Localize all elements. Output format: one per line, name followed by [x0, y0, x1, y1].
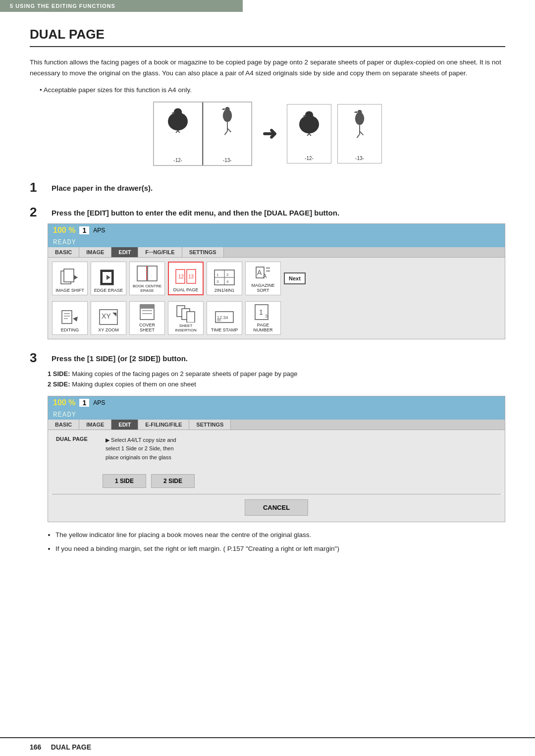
single-page-12: -12- [287, 104, 331, 163]
tab-edit-2[interactable]: EDIT [111, 420, 138, 430]
flamingo-icon-book [217, 106, 237, 135]
book-centre-erase-icon [136, 264, 158, 283]
dual-page-label: DUAL PAGE [56, 436, 96, 462]
btn-book-centre-erase[interactable]: BOOK CENTREERASE [129, 262, 165, 295]
image-shift-icon [59, 268, 81, 287]
note-1: The yellow indicator line for placing a … [55, 530, 505, 540]
book-page-left: -12- [154, 102, 203, 165]
svg-text:A: A [263, 273, 267, 279]
arrow-icon: ➜ [262, 123, 277, 144]
svg-point-12 [305, 111, 314, 120]
svg-text:XY: XY [102, 312, 111, 320]
step-3-header: 3 Press the [1 SIDE] (or [2 SIDE]) butto… [30, 351, 505, 364]
btn-xy-zoom-label: XY ZOOM [98, 327, 118, 332]
svg-line-10 [227, 128, 231, 132]
tab-settings-1[interactable]: SETTINGS [182, 247, 224, 257]
svg-text:3: 3 [265, 314, 268, 319]
svg-marker-54 [73, 317, 78, 322]
btn-image-shift-label: IMAGE SHIFT [55, 288, 84, 293]
svg-marker-7 [221, 108, 224, 110]
svg-text:A: A [257, 269, 262, 276]
status-aps: APS [93, 227, 105, 234]
svg-rect-27 [101, 270, 103, 285]
step-1-container: 1 Place paper in the drawer(s). [30, 181, 505, 194]
edit-buttons-row1: IMAGE SHIFT EDGE ERASE [48, 258, 505, 299]
editing-icon [59, 308, 81, 326]
svg-rect-23 [64, 269, 74, 282]
tab-settings-2[interactable]: SETTINGS [189, 420, 231, 430]
single-pages: -12- -13- [287, 104, 382, 163]
svg-rect-29 [101, 283, 113, 285]
svg-line-20 [357, 134, 360, 138]
btn-edge-erase[interactable]: EDGE ERASE [91, 262, 126, 295]
svg-point-17 [357, 110, 362, 114]
next-button[interactable]: Next [284, 272, 306, 284]
top-banner: 5 USING THE EDITING FUNCTIONS [0, 0, 243, 12]
status-number: 1 [79, 226, 89, 234]
book-illustration: -12- -13- [153, 102, 252, 166]
page-num-left: -12- [173, 158, 182, 163]
side-buttons-container: 1 SIDE 2 SIDE [48, 468, 505, 494]
svg-text:00: 00 [217, 319, 221, 322]
panel2-content: DUAL PAGE ▶ Select A4/LT copy size and s… [48, 430, 505, 468]
svg-rect-50 [62, 311, 72, 324]
magazine-sort-icon: A A [252, 263, 274, 282]
status-ready-2: READY [53, 411, 76, 419]
blob-icon [165, 106, 190, 133]
btn-cover-sheet[interactable]: COVER SHEET [129, 301, 165, 335]
1side-desc: Making copies of the facing pages on 2 s… [72, 370, 297, 378]
single-num-13: -13- [355, 156, 364, 161]
tab-image-1[interactable]: IMAGE [79, 247, 111, 257]
ui-tabs-1: BASIC IMAGE EDIT F···NG/FILE SETTINGS [48, 247, 505, 258]
cancel-button[interactable]: CANCEL [245, 499, 308, 516]
ui-panel-1: 100 % 1 APS READY BASIC IMAGE EDIT F···N… [48, 223, 505, 339]
ui-tabs-2: BASIC IMAGE EDIT E-FILING/FILE SETTINGS [48, 420, 505, 430]
btn-editing-label: EDITING [61, 327, 79, 332]
xy-zoom-icon: XY [98, 308, 119, 326]
svg-rect-32 [148, 266, 157, 281]
blob-icon-single [297, 108, 321, 136]
btn-sheet-insertion[interactable]: SHEETINSERTION [168, 301, 204, 335]
tab-image-2[interactable]: IMAGE [79, 420, 111, 430]
btn-2-side[interactable]: 2 SIDE [151, 474, 195, 488]
svg-line-3 [178, 131, 181, 133]
svg-marker-30 [107, 275, 110, 280]
svg-line-14 [309, 134, 313, 136]
illustration-area: -12- -13- ➜ [30, 102, 505, 166]
btn-magazine-sort[interactable]: A A MAGAZINE SORT [245, 262, 281, 295]
btn-sheet-insertion-label: SHEETINSERTION [175, 324, 196, 332]
step-3-container: 3 Press the [1 SIDE] (or [2 SIDE]) butto… [30, 351, 505, 554]
svg-text:13: 13 [188, 274, 194, 279]
btn-page-number[interactable]: 1 3 PAGE NUMBER [245, 301, 281, 335]
svg-rect-64 [187, 312, 195, 323]
btn-dual-page[interactable]: 12 13 DUAL PAGE [168, 262, 204, 295]
svg-line-9 [224, 131, 227, 135]
tab-filing-1[interactable]: F···NG/FILE [138, 247, 182, 257]
btn-magazine-sort-label: MAGAZINE SORT [248, 283, 278, 293]
btn-2in1-4in1[interactable]: 1 2 3 4 2IN1/4IN1 [207, 262, 242, 295]
btn-editing[interactable]: EDITING [52, 301, 88, 335]
svg-text:1: 1 [216, 272, 219, 277]
tab-efiling-2[interactable]: E-FILING/FILE [138, 420, 189, 430]
svg-rect-59 [140, 305, 154, 309]
2in1-4in1-icon: 1 2 3 4 [214, 268, 235, 287]
btn-time-stamp[interactable]: 12:34 00 TIME STAMP [207, 301, 242, 335]
btn-1-side[interactable]: 1 SIDE [103, 474, 146, 488]
svg-rect-31 [137, 266, 147, 281]
tab-basic-2[interactable]: BASIC [48, 420, 79, 430]
step-2-number: 2 [30, 206, 48, 218]
tab-basic-1[interactable]: BASIC [48, 247, 79, 257]
btn-page-number-label: PAGE NUMBER [248, 323, 278, 332]
btn-xy-zoom[interactable]: XY XY ZOOM [91, 301, 126, 335]
btn-image-shift[interactable]: IMAGE SHIFT [52, 262, 88, 295]
svg-marker-57 [112, 313, 116, 317]
status-number-2: 1 [79, 399, 89, 407]
svg-marker-18 [354, 111, 357, 113]
btn-edge-erase-label: EDGE ERASE [94, 288, 123, 293]
tab-edit-1[interactable]: EDIT [111, 247, 138, 257]
btn-dual-page-label: DUAL PAGE [173, 287, 199, 292]
step-1-header: 1 Place paper in the drawer(s). [30, 181, 505, 194]
status-ready: READY [53, 238, 76, 246]
main-content: DUAL PAGE This function allows the facin… [0, 12, 535, 605]
step-2-container: 2 Press the [EDIT] button to enter the e… [30, 206, 505, 339]
